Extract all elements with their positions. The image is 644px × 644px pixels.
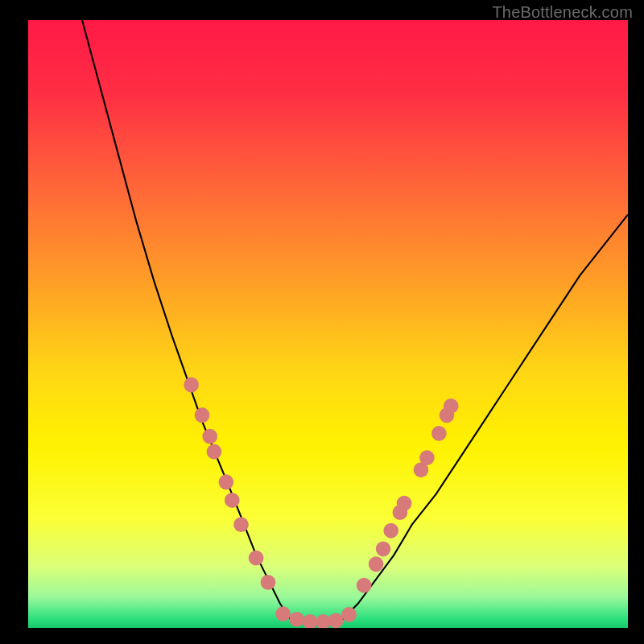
marker-dot: [303, 614, 318, 628]
marker-dot: [225, 493, 240, 508]
marker-dot: [289, 612, 304, 627]
right-curve: [340, 215, 628, 622]
marker-dot: [207, 444, 222, 460]
marker-dot: [357, 578, 372, 593]
marker-dot: [376, 541, 391, 556]
marker-dots: [184, 378, 458, 628]
curves-layer: [28, 20, 628, 628]
marker-dot: [369, 556, 384, 572]
marker-dot: [233, 517, 249, 532]
marker-dot: [397, 496, 412, 511]
marker-dot: [195, 407, 210, 423]
marker-dot: [383, 523, 398, 539]
marker-dot: [328, 613, 344, 628]
left-curve: [82, 20, 292, 621]
marker-dot: [202, 429, 217, 444]
marker-dot: [275, 606, 291, 621]
marker-dot: [184, 378, 199, 393]
marker-dot: [419, 450, 435, 465]
marker-dot: [249, 551, 264, 566]
marker-dot: [219, 474, 234, 489]
marker-dot: [341, 607, 357, 622]
marker-dot: [261, 575, 276, 590]
chart-frame: TheBottleneck.com: [0, 0, 644, 644]
marker-dot: [444, 398, 459, 414]
plot-area: [28, 20, 628, 628]
marker-dot: [431, 426, 447, 441]
watermark-text: TheBottleneck.com: [492, 3, 633, 22]
